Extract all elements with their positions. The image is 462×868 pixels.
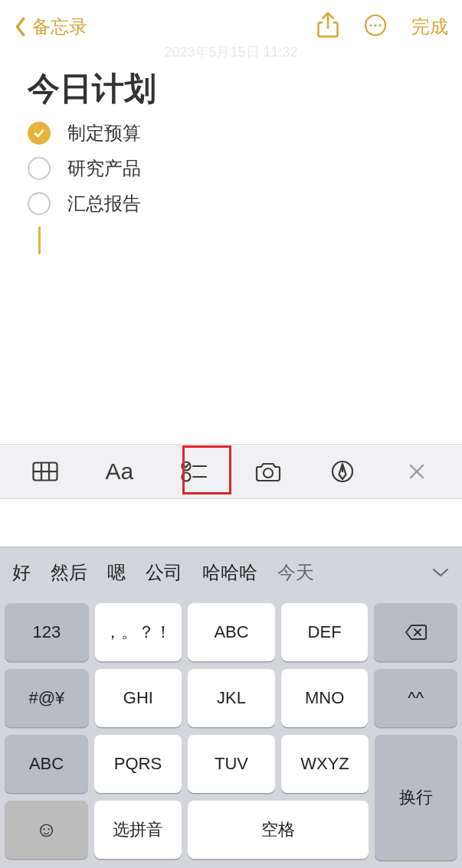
- note-title[interactable]: 今日计划: [28, 67, 434, 110]
- key-abc[interactable]: ABC: [188, 603, 275, 661]
- key-pqrs[interactable]: PQRS: [94, 735, 182, 793]
- checklist-item[interactable]: 汇总报告: [28, 191, 434, 216]
- table-icon: [32, 460, 58, 483]
- aa-icon: Aa: [105, 458, 133, 485]
- checklist-text[interactable]: 制定预算: [67, 121, 141, 145]
- more-button[interactable]: [364, 12, 387, 41]
- checklist-text[interactable]: 研究产品: [67, 156, 141, 181]
- key-mno[interactable]: MNO: [281, 669, 369, 727]
- key-emoji[interactable]: ☺: [5, 801, 88, 859]
- text-format-button[interactable]: Aa: [97, 449, 143, 494]
- svg-point-12: [264, 468, 273, 478]
- camera-icon: [255, 460, 281, 483]
- checklist-icon: [181, 460, 207, 483]
- suggestion[interactable]: 然后: [51, 560, 87, 585]
- key-tuv[interactable]: TUV: [188, 735, 275, 793]
- ellipsis-circle-icon: [364, 12, 387, 38]
- table-button[interactable]: [22, 449, 68, 494]
- key-123[interactable]: 123: [5, 603, 89, 661]
- key-wxyz[interactable]: WXYZ: [281, 735, 369, 793]
- chevron-down-icon: [431, 566, 450, 579]
- note-content[interactable]: 今日计划 制定预算 研究产品 汇总报告: [0, 61, 462, 254]
- key-abc-mode[interactable]: ABC: [5, 735, 88, 793]
- camera-button[interactable]: [245, 449, 291, 494]
- checkbox-empty-icon[interactable]: [28, 192, 51, 215]
- checklist-item[interactable]: 制定预算: [28, 121, 434, 145]
- key-space[interactable]: 空格: [188, 801, 369, 859]
- svg-point-3: [378, 24, 381, 26]
- checklist-item[interactable]: 研究产品: [28, 156, 434, 181]
- key-select-pinyin[interactable]: 选拼音: [94, 801, 182, 859]
- checkbox-checked-icon[interactable]: [28, 122, 51, 145]
- suggestion[interactable]: 公司: [146, 560, 182, 585]
- key-backspace[interactable]: [374, 603, 457, 661]
- checkbox-empty-icon[interactable]: [28, 157, 51, 180]
- suggestion[interactable]: 今天: [277, 560, 314, 585]
- key-face[interactable]: ^^: [374, 669, 457, 727]
- markup-button[interactable]: [319, 449, 365, 494]
- keyboard: 好 然后 嗯 公司 哈哈哈 今天 123 ，。？！ ABC DEF #@¥ GH…: [0, 547, 462, 868]
- pen-circle-icon: [329, 460, 356, 483]
- key-punct[interactable]: ，。？！: [95, 603, 182, 661]
- dismiss-button[interactable]: [394, 449, 440, 494]
- checklist-text[interactable]: 汇总报告: [67, 191, 141, 216]
- back-button[interactable]: 备忘录: [14, 15, 87, 39]
- suggestion[interactable]: 哈哈哈: [202, 560, 257, 585]
- format-toolbar: Aa: [0, 444, 462, 499]
- text-cursor: [38, 227, 41, 254]
- suggestion-bar: 好 然后 嗯 公司 哈哈哈 今天: [0, 547, 462, 597]
- back-label: 备忘录: [32, 15, 87, 39]
- done-button[interactable]: 完成: [411, 15, 448, 39]
- key-def[interactable]: DEF: [281, 603, 369, 661]
- key-jkl[interactable]: JKL: [188, 669, 275, 727]
- suggestion[interactable]: 嗯: [107, 560, 126, 585]
- share-icon: [316, 12, 339, 38]
- svg-point-10: [182, 473, 190, 481]
- close-icon: [408, 462, 426, 481]
- expand-suggestions-button[interactable]: [427, 557, 454, 588]
- share-button[interactable]: [316, 12, 339, 41]
- suggestion[interactable]: 好: [12, 560, 31, 585]
- note-timestamp: 2023年5月15日 11:32: [0, 43, 462, 61]
- checklist-button[interactable]: [171, 449, 217, 494]
- key-return[interactable]: 换行: [375, 735, 457, 860]
- svg-point-2: [374, 24, 376, 26]
- svg-point-1: [369, 24, 372, 26]
- backspace-icon: [405, 623, 428, 641]
- chevron-left-icon: [14, 17, 26, 37]
- key-ghi[interactable]: GHI: [95, 669, 182, 727]
- key-symbols[interactable]: #@¥: [5, 669, 89, 727]
